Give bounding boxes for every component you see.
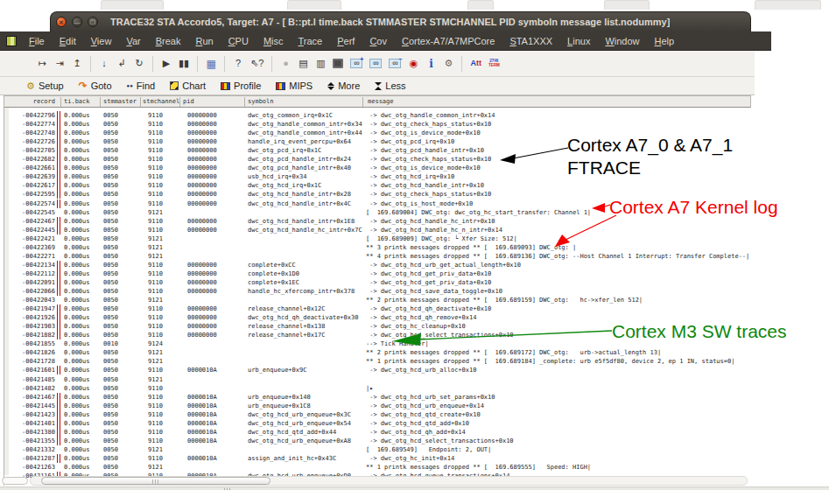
menu-item-linux[interactable]: Linux: [564, 34, 594, 48]
cell-ti-back: 0.000us: [64, 270, 90, 278]
go-return-icon[interactable]: ↲: [116, 59, 127, 68]
hscroll-thumb[interactable]: [41, 477, 270, 485]
trace-row[interactable]: -004213320.000us00509121[ 169.689549] En…: [4, 445, 751, 454]
profile-button[interactable]: Profile: [221, 80, 261, 91]
terminal-icon[interactable]: 2746TERM: [488, 60, 500, 68]
hscroll-left-cap[interactable]: [2, 477, 28, 485]
cell-symboln: urb_enqueue+0x140: [248, 393, 311, 402]
menu-item-cpu[interactable]: CPU: [225, 34, 252, 48]
find-button[interactable]: ●●Find: [127, 80, 156, 91]
cell-ti-back: 0.000us: [64, 137, 90, 146]
cell-stmchannel: 9110: [148, 137, 163, 146]
trace-row[interactable]: -004214450.000us005091100000010Aurb_enqu…: [4, 402, 751, 410]
menu-item-cov[interactable]: Cov: [366, 34, 390, 48]
trace-row[interactable]: -004214820.000us00509110|▸: [4, 384, 751, 393]
menu-item-window[interactable]: Window: [601, 34, 643, 48]
trace-row[interactable]: -004216010.000us005091100000010Aurb_enqu…: [4, 366, 751, 374]
cell-symboln: dwc_otg_pcd_handle_intr+0x40: [248, 164, 351, 172]
menu-item-sta1xxx[interactable]: STA1XXX: [506, 34, 556, 48]
less-button[interactable]: Less: [375, 80, 405, 91]
menu-item-file[interactable]: File: [25, 34, 48, 48]
trace-row[interactable]: -004212870.000us005091100000010Aassign_a…: [4, 454, 751, 463]
menu-item-edit[interactable]: Edit: [56, 34, 80, 48]
trace-row[interactable]: -004212630.000us00509121** 1 printk mess…: [4, 463, 751, 472]
menu-item-misc[interactable]: Misc: [260, 34, 287, 48]
more-button[interactable]: More: [327, 80, 360, 91]
trace-row[interactable]: -004219470.000us0050911000000000release_…: [4, 304, 751, 313]
chart-button[interactable]: Chart: [170, 80, 206, 91]
trace-row[interactable]: -004214230.000us005091100000010Adwc_otg_…: [4, 410, 751, 419]
cell-pid: 00000000: [187, 200, 217, 208]
trace-row[interactable]: -004220910.000us0050911000000000complete…: [4, 278, 751, 287]
mode-icon[interactable]: ▦: [206, 59, 216, 69]
trace-row[interactable]: -004226170.000us0050911000000000dwc_otg_…: [4, 181, 751, 190]
menu-item-trace[interactable]: Trace: [295, 34, 327, 48]
trace-row[interactable]: -004213550.000us005091100000010Adwc_otg_…: [4, 437, 751, 445]
cell-ti-back: 0.000us: [64, 445, 90, 454]
more-button-icon: [327, 82, 334, 90]
trace-row[interactable]: -004220430.000us00509121** 2 printk mess…: [4, 296, 751, 304]
trace-row[interactable]: -004222710.000us00509121** 4 printk mess…: [4, 252, 751, 261]
trace-row[interactable]: -004224450.000us0050911000000000dwc_otg_…: [4, 226, 751, 234]
menu-item-view[interactable]: View: [88, 34, 116, 48]
header-separator: [100, 97, 101, 107]
trace-row[interactable]: -004221340.000us0050911000000000complete…: [4, 261, 751, 270]
go-down-icon[interactable]: ↓: [99, 59, 109, 68]
menu-item-perf[interactable]: Perf: [334, 34, 358, 48]
cell-stmchannel: 9121: [148, 252, 163, 261]
menu-item-run[interactable]: Run: [192, 34, 216, 48]
step-out-icon[interactable]: ↥: [72, 59, 82, 68]
outer-window-scrollbar[interactable]: [0, 486, 829, 490]
go-up-icon[interactable]: ↻: [134, 59, 144, 68]
trace-row[interactable]: -004220660.000us0050911000000000handle_h…: [4, 287, 751, 296]
trace-add-icon[interactable]: ∞+: [350, 59, 362, 68]
cell-pid: 00000000: [187, 146, 217, 155]
mips-button[interactable]: MIPS: [276, 80, 313, 91]
trace-row[interactable]: -004214670.000us005091100000010Aurb_enqu…: [4, 393, 751, 402]
trace-row[interactable]: -004227960.000us0050911000000000dwc_otg_…: [4, 111, 751, 120]
list-icon[interactable]: ▤: [298, 59, 308, 68]
break-icon[interactable]: ▮▮: [179, 59, 189, 68]
menu-item-help[interactable]: Help: [651, 34, 678, 48]
step-icon[interactable]: ↦: [37, 59, 47, 68]
trace-row[interactable]: -004227740.000us0050911000000000dwc_otg_…: [4, 120, 751, 129]
settings-key-icon[interactable]: ⚙: [443, 59, 453, 68]
menu-item-cortex-a7-a7mpcore[interactable]: Cortex-A7/A7MPCore: [398, 34, 498, 48]
trace-row[interactable]: -004213800.000us005091100000010Adwc_otg_…: [4, 428, 751, 437]
help-icon[interactable]: ?: [233, 59, 243, 68]
trace-row[interactable]: -004221120.000us0050911000000000complete…: [4, 270, 751, 278]
window-titlebar[interactable]: ✕ — ❐ TRACE32 STA Accordo5, Target: A7 -…: [50, 11, 751, 32]
stop-disabled-icon[interactable]: ●: [280, 59, 291, 68]
dump-icon[interactable]: ▥: [315, 59, 326, 68]
cell-stmmaster: 0050: [103, 296, 118, 304]
memory-chip-icon[interactable]: [333, 59, 343, 68]
breakpoint-list-icon[interactable]: ◉: [408, 59, 418, 68]
maximize-button[interactable]: ❐: [88, 17, 98, 27]
context-help-icon[interactable]: ⇖?: [250, 59, 263, 68]
close-button[interactable]: ✕: [56, 17, 67, 27]
menu-item-var[interactable]: Var: [123, 34, 144, 48]
goto-button[interactable]: ↷Goto: [79, 80, 112, 92]
cell-stmchannel: 9110: [148, 313, 163, 322]
trace-row[interactable]: -004224210.000us00509121[ 169.689009] DW…: [4, 234, 751, 243]
horizontal-scrollbar[interactable]: [30, 476, 748, 486]
cell-stmmaster: 0050: [103, 252, 118, 261]
trace-row[interactable]: -004217280.000us00509121** 1 printk mess…: [4, 357, 751, 366]
trace-row[interactable]: -004218260.000us00509121** 2 printk mess…: [4, 348, 751, 357]
setup-button[interactable]: ⚙Setup: [26, 80, 64, 92]
trace-remove-icon[interactable]: ∞−: [389, 59, 401, 68]
go-icon[interactable]: ▶: [161, 59, 172, 68]
cell-stmchannel: 9110: [148, 384, 163, 393]
trace-row[interactable]: -004214850.000us00509121: [4, 375, 751, 384]
record-marker: [57, 270, 60, 278]
system-info-icon[interactable]: i: [425, 59, 436, 69]
cell-stmmaster: 0050: [103, 181, 118, 190]
trace-row[interactable]: -004223690.000us00509121** 3 printk mess…: [4, 243, 751, 252]
cell-stmchannel: 9110: [148, 402, 163, 410]
step-over-icon[interactable]: ⇥: [54, 59, 65, 68]
trace-icon[interactable]: ∞: [369, 59, 382, 68]
attach-icon[interactable]: Att: [470, 60, 481, 67]
trace-row[interactable]: -004214010.000us005091100000010Adwc_otg_…: [4, 419, 751, 428]
minimize-button[interactable]: —: [72, 17, 82, 27]
menu-item-break[interactable]: Break: [152, 34, 185, 48]
